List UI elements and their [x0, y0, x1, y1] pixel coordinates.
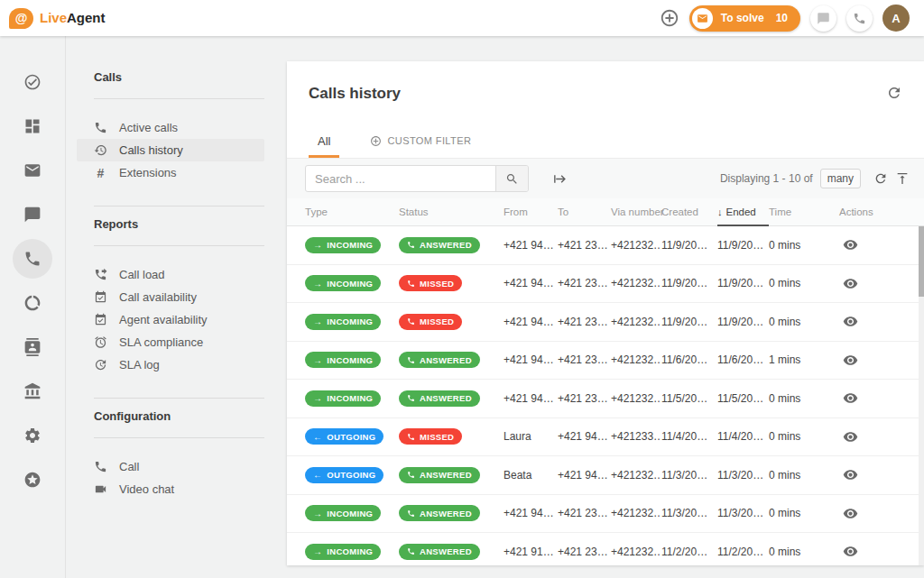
status-label: ANSWERED	[420, 509, 472, 518]
column-label: Created	[661, 206, 698, 217]
ended-cell: 11/2/20…	[717, 546, 769, 558]
table-row[interactable]: →INCOMINGANSWERED+421 94…+421 23…+421232…	[287, 495, 924, 534]
table-row[interactable]: →INCOMINGMISSED+421 94…+421 23…+421232…1…	[287, 265, 924, 304]
add-new-button[interactable]	[660, 8, 679, 28]
history-icon	[94, 143, 107, 157]
view-call-button[interactable]	[843, 429, 858, 445]
sidebar-item-active-calls[interactable]: Active calls	[77, 116, 264, 139]
sidebar-item-video-chat[interactable]: Video chat	[77, 478, 264, 500]
phone-forwarded-icon	[94, 268, 107, 281]
view-call-button[interactable]	[843, 314, 858, 329]
sidebar-item-sla-log[interactable]: SLA log	[77, 353, 264, 376]
ended-cell: 11/6/20…	[717, 353, 769, 366]
column-header-ended[interactable]: ↓Ended	[717, 199, 769, 226]
view-call-button[interactable]	[843, 506, 858, 521]
column-header-created[interactable]: Created	[661, 198, 717, 225]
view-call-button[interactable]	[843, 544, 858, 559]
refresh-panel-button[interactable]	[886, 85, 902, 101]
view-call-button[interactable]	[843, 390, 858, 406]
from-cell: Beata	[504, 469, 558, 482]
rail-mail-button[interactable]	[13, 151, 52, 190]
view-call-button[interactable]	[843, 276, 858, 291]
table-row[interactable]: →INCOMINGANSWERED+421 94…+421 23…+421232…	[287, 226, 924, 265]
chats-button[interactable]	[810, 5, 836, 32]
scroll-top-button[interactable]	[895, 171, 910, 186]
table-row[interactable]: ←OUTGOINGANSWEREDBeata+421 94…+421232…11…	[287, 456, 924, 495]
table-row[interactable]: →INCOMINGANSWERED+421 91…+421 23…+421232…	[287, 533, 924, 565]
table-row[interactable]: →INCOMINGANSWERED+421 94…+421 23…+421232…	[287, 342, 924, 381]
column-header-type[interactable]: Type	[305, 198, 399, 225]
direction-arrow-icon: →	[313, 279, 322, 289]
sidebar-item-agent-availability[interactable]: Agent availability	[77, 308, 264, 331]
column-header-actions[interactable]: Actions	[839, 198, 911, 225]
sidebar-item-label: Video chat	[119, 482, 174, 496]
mail-icon	[23, 161, 42, 179]
column-header-time[interactable]: Time	[769, 198, 839, 225]
rail-check-circle-button[interactable]	[13, 62, 52, 102]
table-row[interactable]: →INCOMINGANSWERED+421 94…+421 23…+421232…	[287, 380, 924, 418]
sidebar-item-call-load[interactable]: Call load	[77, 263, 264, 286]
view-call-button[interactable]	[843, 467, 858, 482]
calls-button[interactable]	[846, 5, 873, 32]
sidebar-item-call[interactable]: Call	[77, 455, 264, 478]
table-scrollbar[interactable]	[919, 226, 924, 565]
column-header-status[interactable]: Status	[399, 198, 504, 225]
tab-custom-filter[interactable]: CUSTOM FILTER	[361, 126, 480, 158]
created-cell: 11/9/20…	[661, 239, 717, 252]
status-label: MISSED	[420, 432, 454, 442]
ended-cell: 11/4/20…	[717, 430, 769, 443]
to-solve-button[interactable]: To solve 10	[689, 5, 800, 32]
created-cell: 11/2/20…	[661, 546, 717, 558]
refresh-icon	[886, 85, 902, 101]
count-box[interactable]: many	[820, 169, 861, 188]
rail-ring-button[interactable]	[13, 283, 52, 323]
phone-icon	[94, 121, 107, 134]
gear-icon	[23, 427, 42, 445]
sidebar-section-title: Configuration	[94, 408, 287, 426]
column-header-via-number[interactable]: Via number	[611, 198, 661, 225]
rail-dashboard-button[interactable]	[13, 106, 52, 146]
plus-circle-icon	[660, 8, 679, 28]
rail-contacts-button[interactable]	[13, 327, 52, 367]
status-badge: ANSWERED	[399, 352, 480, 368]
avatar[interactable]: A	[882, 5, 910, 32]
table-row[interactable]: →INCOMINGMISSED+421 94…+421 23…+421232…1…	[287, 303, 924, 342]
via-number-cell: +421232…	[611, 507, 661, 519]
from-cell: +421 94…	[504, 353, 558, 366]
rail-gear-button[interactable]	[13, 416, 52, 455]
sidebar-item-call-availability[interactable]: Call availability	[77, 286, 264, 308]
view-call-button[interactable]	[843, 353, 858, 368]
column-header-to[interactable]: To	[558, 198, 611, 225]
view-call-button[interactable]	[843, 237, 858, 252]
created-cell: 11/4/20…	[661, 430, 717, 443]
rail-bank-button[interactable]	[13, 372, 52, 411]
phone-icon	[407, 394, 415, 402]
tab-all[interactable]: All	[309, 126, 339, 158]
refresh-list-button[interactable]	[873, 171, 888, 186]
sidebar-item-extensions[interactable]: #Extensions	[77, 161, 264, 184]
search-button[interactable]	[495, 166, 528, 191]
rail-chat-button[interactable]	[13, 195, 52, 234]
scrollbar-thumb[interactable]	[919, 226, 924, 297]
direction-badge: →INCOMING	[305, 544, 381, 560]
sidebar-item-sla-compliance[interactable]: SLA compliance	[77, 331, 264, 353]
direction-label: INCOMING	[327, 240, 373, 250]
displaying-text: Displaying 1 - 10 of	[720, 172, 813, 185]
skip-forward-button[interactable]	[552, 171, 568, 187]
sidebar-item-calls-history[interactable]: Calls history	[77, 139, 264, 161]
table-row[interactable]: ←OUTGOINGMISSEDLaura+421 94…+421233…11/4…	[287, 418, 924, 457]
rail-star-button[interactable]	[13, 460, 52, 500]
eye-icon	[843, 544, 858, 559]
liveagent-logo[interactable]: @ LiveAgent	[9, 8, 106, 29]
status-label: MISSED	[420, 279, 454, 289]
direction-arrow-icon: ←	[313, 432, 322, 442]
table-header: TypeStatusFromToVia numberCreated↓EndedT…	[287, 198, 924, 226]
column-header-from[interactable]: From	[504, 198, 558, 225]
created-cell: 11/9/20…	[661, 277, 717, 289]
rail-phone-button[interactable]	[13, 239, 52, 279]
app-root: @ LiveAgent To solve 10 A CallsActive ca…	[0, 0, 924, 578]
search-input[interactable]	[306, 166, 495, 191]
logo-at-bubble-icon: @	[9, 8, 33, 29]
direction-arrow-icon: ←	[313, 470, 322, 480]
alarm-icon	[94, 335, 107, 349]
